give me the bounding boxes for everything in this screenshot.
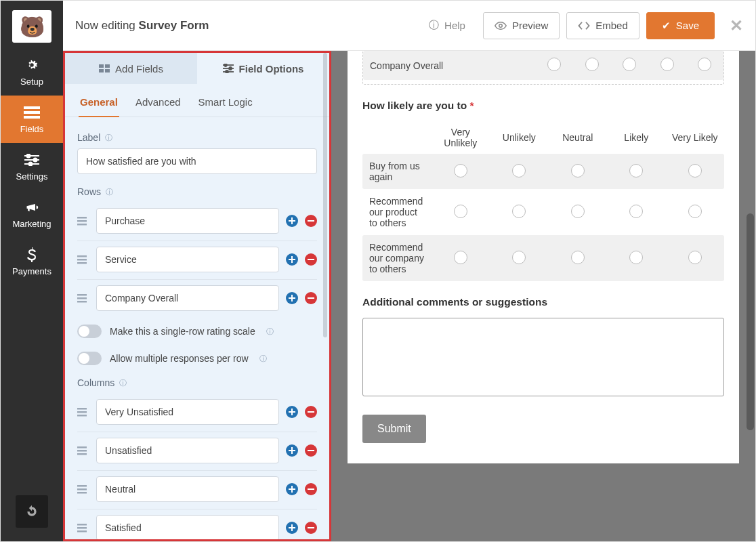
drag-handle-icon[interactable] bbox=[77, 446, 89, 455]
column-input[interactable] bbox=[96, 438, 279, 463]
drag-handle-icon[interactable] bbox=[77, 523, 89, 533]
nav-fields[interactable]: Fields bbox=[1, 96, 63, 143]
add-item-button[interactable] bbox=[286, 292, 298, 304]
nav-setup[interactable]: Setup bbox=[1, 48, 63, 96]
help-tip-icon[interactable]: ⓘ bbox=[119, 378, 127, 388]
matrix-radio[interactable] bbox=[585, 58, 599, 71]
column-input[interactable] bbox=[96, 476, 279, 502]
matrix-radio[interactable] bbox=[547, 58, 561, 71]
matrix-radio[interactable] bbox=[512, 251, 526, 264]
svg-rect-39 bbox=[77, 411, 87, 413]
subtab-smart-logic[interactable]: Smart Logic bbox=[197, 92, 254, 117]
svg-rect-48 bbox=[289, 450, 295, 451]
svg-rect-25 bbox=[308, 220, 314, 222]
revert-button[interactable] bbox=[16, 495, 48, 528]
tab-add-fields[interactable]: Add Fields bbox=[65, 53, 197, 84]
matrix-satisfaction: Company Overall bbox=[363, 51, 723, 80]
label-heading: Labelⓘ bbox=[77, 132, 317, 143]
drag-handle-icon[interactable] bbox=[77, 293, 89, 303]
preview-scrollbar[interactable] bbox=[747, 213, 754, 430]
matrix-radio[interactable] bbox=[660, 58, 674, 71]
help-tip-icon[interactable]: ⓘ bbox=[259, 354, 267, 364]
matrix-radio[interactable] bbox=[698, 58, 711, 71]
remove-item-button[interactable] bbox=[305, 444, 317, 457]
comments-textarea[interactable] bbox=[362, 318, 724, 396]
column-input[interactable] bbox=[96, 515, 279, 539]
matrix-radio[interactable] bbox=[571, 164, 585, 178]
svg-rect-30 bbox=[289, 259, 295, 260]
help-tip-icon[interactable]: ⓘ bbox=[105, 133, 112, 143]
row-input[interactable] bbox=[96, 247, 279, 272]
svg-rect-1 bbox=[24, 111, 40, 114]
submit-button[interactable]: Submit bbox=[362, 415, 426, 443]
add-item-button[interactable] bbox=[286, 522, 298, 534]
toggle-multi-response[interactable] bbox=[77, 352, 102, 365]
add-item-button[interactable] bbox=[286, 444, 298, 457]
drag-handle-icon[interactable] bbox=[77, 216, 89, 226]
add-item-button[interactable] bbox=[286, 253, 298, 266]
subtab-advanced[interactable]: Advanced bbox=[134, 92, 182, 117]
svg-point-6 bbox=[27, 154, 30, 158]
preview-button[interactable]: Preview bbox=[483, 12, 560, 39]
matrix-radio[interactable] bbox=[454, 251, 467, 264]
add-item-button[interactable] bbox=[286, 215, 298, 227]
matrix-radio[interactable] bbox=[571, 205, 585, 218]
matrix-radio[interactable] bbox=[454, 164, 467, 178]
matrix-radio[interactable] bbox=[629, 251, 643, 264]
save-button[interactable]: ✔ Save bbox=[646, 12, 715, 39]
matrix-radio[interactable] bbox=[571, 251, 585, 264]
svg-point-18 bbox=[229, 67, 232, 70]
matrix-radio[interactable] bbox=[688, 164, 702, 178]
remove-item-button[interactable] bbox=[305, 292, 317, 304]
svg-rect-58 bbox=[77, 530, 87, 533]
label-input[interactable] bbox=[77, 148, 317, 174]
bullhorn-icon bbox=[24, 199, 40, 215]
columns-heading: Columnsⓘ bbox=[77, 377, 317, 388]
subtab-general[interactable]: General bbox=[79, 92, 119, 117]
matrix-radio[interactable] bbox=[629, 205, 643, 218]
svg-rect-40 bbox=[77, 415, 87, 417]
tab-field-options[interactable]: Field Options bbox=[197, 53, 329, 84]
matrix-radio[interactable] bbox=[512, 205, 526, 218]
matrix-radio[interactable] bbox=[688, 205, 702, 218]
nav-payments[interactable]: Payments bbox=[1, 238, 63, 285]
help-button[interactable]: ⓘ Help bbox=[418, 12, 476, 39]
page-title: Now editing Survey Form bbox=[75, 19, 209, 33]
drag-handle-icon[interactable] bbox=[77, 407, 89, 417]
matrix-radio[interactable] bbox=[512, 164, 526, 178]
nav-settings[interactable]: Settings bbox=[1, 143, 63, 190]
remove-item-button[interactable] bbox=[305, 522, 317, 534]
svg-rect-24 bbox=[289, 220, 295, 222]
matrix-radio[interactable] bbox=[454, 205, 467, 218]
column-input[interactable] bbox=[96, 399, 279, 425]
svg-rect-11 bbox=[105, 64, 110, 68]
matrix-radio[interactable] bbox=[629, 164, 643, 178]
add-item-button[interactable] bbox=[286, 406, 298, 418]
matrix-radio[interactable] bbox=[623, 58, 636, 71]
sliders-icon bbox=[24, 152, 40, 168]
svg-rect-57 bbox=[77, 527, 87, 529]
row-input[interactable] bbox=[96, 208, 279, 234]
toggle-single-row[interactable] bbox=[77, 325, 102, 338]
close-button[interactable]: ✕ bbox=[730, 16, 743, 35]
matrix-radio[interactable] bbox=[688, 251, 702, 264]
embed-button[interactable]: Embed bbox=[566, 12, 639, 39]
remove-item-button[interactable] bbox=[305, 406, 317, 418]
form-preview: Company Overall How likely are you to * bbox=[331, 51, 755, 541]
add-item-button[interactable] bbox=[286, 483, 298, 495]
drag-handle-icon[interactable] bbox=[77, 484, 89, 494]
help-tip-icon[interactable]: ⓘ bbox=[266, 327, 274, 337]
help-tip-icon[interactable]: ⓘ bbox=[106, 187, 113, 197]
drag-handle-icon[interactable] bbox=[77, 255, 89, 264]
svg-point-8 bbox=[29, 163, 33, 166]
code-icon bbox=[578, 21, 590, 30]
dollar-icon bbox=[24, 247, 40, 263]
panel-scrollbar[interactable] bbox=[323, 53, 327, 337]
svg-rect-45 bbox=[77, 450, 87, 452]
nav-marketing[interactable]: Marketing bbox=[1, 190, 63, 238]
remove-item-button[interactable] bbox=[305, 483, 317, 495]
row-input[interactable] bbox=[96, 285, 279, 311]
remove-item-button[interactable] bbox=[305, 215, 317, 227]
remove-item-button[interactable] bbox=[305, 253, 317, 266]
svg-rect-56 bbox=[77, 524, 87, 526]
